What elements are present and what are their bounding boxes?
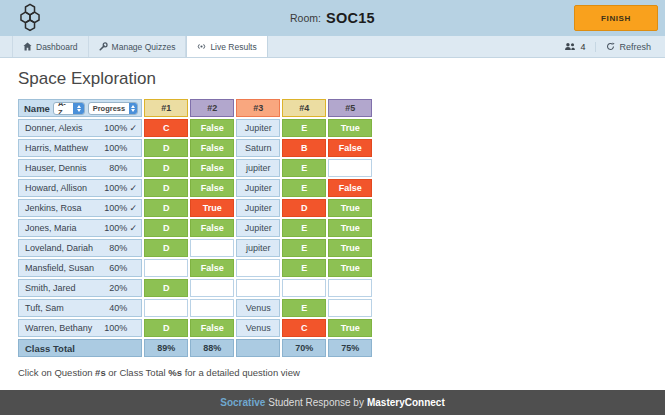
student-cell: Donner, Alexis100%✓ [18,119,142,137]
footer-owner: MasteryConnect [367,397,445,408]
progress-value: 100% [104,323,127,333]
sort-alpha-select[interactable]: A-Z [53,102,85,115]
answer-cell [144,259,188,277]
table-row: Hauser, Dennis80%DFalsejupiterE [18,159,372,177]
users-icon [564,42,576,51]
question-header-3[interactable]: #3 [236,99,280,117]
class-total-q4[interactable]: 70% [282,339,326,357]
student-cell: Hauser, Dennis80% [18,159,142,177]
answer-cell: False [190,119,234,137]
answer-cell: Jupiter [236,199,280,217]
class-total-q3[interactable] [236,339,280,357]
student-name: Warren, Bethany [25,323,92,333]
footer-bar: Socrative Student Response by MasteryCon… [0,390,665,415]
answer-cell: jupiter [236,239,280,257]
answer-cell: Jupiter [236,179,280,197]
select-stepper-icon [129,103,137,114]
question-header-1[interactable]: #1 [144,99,188,117]
table-row: Smith, Jared20%D [18,279,372,297]
live-icon [197,42,206,51]
results-table: Name A-Z Progress #1 #2 #3 #4 [16,97,374,359]
answer-cell: D [144,199,188,217]
answer-cell: False [190,179,234,197]
home-icon [23,42,32,51]
answer-cell: C [144,119,188,137]
nav-bar: Dashboard Manage Quizzes Live Results [0,36,665,58]
tab-live-results[interactable]: Live Results [186,36,267,57]
answer-cell: D [282,199,326,217]
answer-cell: C [282,319,326,337]
student-name: Hauser, Dennis [25,163,87,173]
student-cell: Mansfield, Susan60% [18,259,142,277]
tab-manage-quizzes[interactable]: Manage Quizzes [89,36,187,57]
class-total-row: Class Total 89% 88% 70% 75% [18,339,372,357]
question-header-2[interactable]: #2 [190,99,234,117]
student-name: Howard, Allison [25,183,87,193]
table-row: Warren, Bethany100%DFalseVenusCTrue [18,319,372,337]
class-total-q5[interactable]: 75% [328,339,372,357]
answer-cell [328,159,372,177]
student-name: Tuft, Sam [25,303,64,313]
wrench-icon [99,42,108,51]
table-row: Howard, Allison100%✓DFalseJupiterEFalse [18,179,372,197]
answer-cell: B [282,139,326,157]
answer-cell: False [190,159,234,177]
quiz-title: Space Exploration [18,69,665,89]
answer-cell [282,279,326,297]
answer-cell: E [282,219,326,237]
answer-cell: Venus [236,299,280,317]
answer-cell: jupiter [236,159,280,177]
answer-cell [190,279,234,297]
finish-button[interactable]: FINISH [574,5,658,31]
refresh-button[interactable]: Refresh [595,42,655,52]
name-column-header: Name A-Z Progress [18,99,142,117]
answer-cell [236,279,280,297]
footer-brand-link[interactable]: Socrative [220,397,265,408]
student-count: 4 [554,42,595,52]
student-name: Harris, Matthew [25,143,88,153]
sort-progress-select[interactable]: Progress [88,102,139,115]
footer-text: Student Response by [268,397,364,408]
completed-check-icon: ✓ [127,183,139,193]
answer-cell: Venus [236,319,280,337]
answer-cell: True [328,219,372,237]
answer-cell: True [190,199,234,217]
progress-value: 20% [109,283,127,293]
answer-cell: False [190,319,234,337]
room-indicator: Room: SOC15 [0,0,665,36]
answer-cell: False [190,219,234,237]
room-code: SOC15 [326,10,375,26]
class-total-label: Class Total [18,339,142,357]
answer-cell: True [328,199,372,217]
question-header-5[interactable]: #5 [328,99,372,117]
question-header-4[interactable]: #4 [282,99,326,117]
table-row: Mansfield, Susan60%FalseETrue [18,259,372,277]
answer-cell: D [144,139,188,157]
refresh-label: Refresh [619,42,651,52]
room-label: Room: [290,12,321,24]
tab-dashboard[interactable]: Dashboard [12,36,89,57]
student-name: Jones, Maria [25,223,77,233]
answer-cell: D [144,279,188,297]
main-content: Space Exploration Name A-Z Progress [0,58,665,378]
completed-check-icon: ✓ [127,123,139,133]
answer-cell: E [282,119,326,137]
table-row: Donner, Alexis100%✓CFalseJupiterETrue [18,119,372,137]
table-row: Harris, Matthew100%DFalseSaturnBFalse [18,139,372,157]
class-total-q2[interactable]: 88% [190,339,234,357]
student-count-value: 4 [580,42,585,52]
answer-cell: True [328,319,372,337]
answer-cell [236,259,280,277]
answer-cell: Saturn [236,139,280,157]
progress-value: 100% [104,143,127,153]
student-cell: Smith, Jared20% [18,279,142,297]
student-cell: Jones, Maria100%✓ [18,219,142,237]
progress-value: 60% [109,263,127,273]
tab-label: Dashboard [36,42,78,52]
answer-cell: True [328,119,372,137]
class-total-q1[interactable]: 89% [144,339,188,357]
progress-value: 100% [104,183,127,193]
refresh-icon [606,42,615,51]
answer-cell: False [190,139,234,157]
answer-cell [328,279,372,297]
